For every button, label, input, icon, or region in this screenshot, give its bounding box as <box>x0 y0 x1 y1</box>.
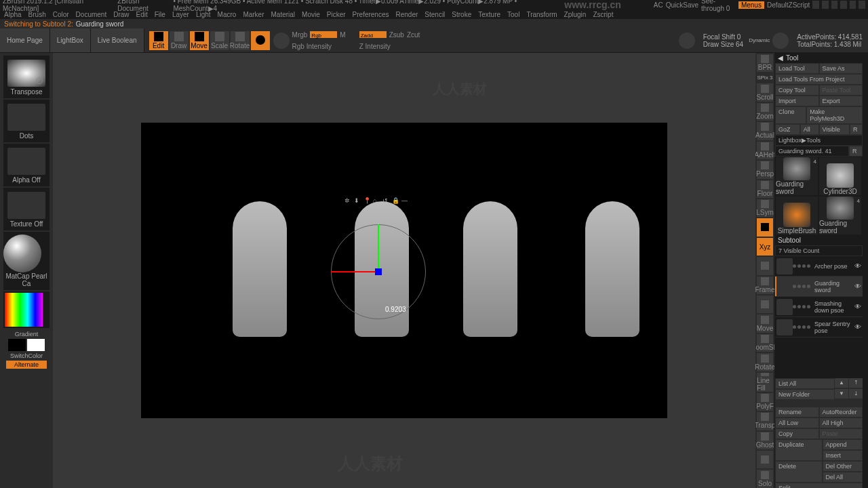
menu-macro[interactable]: Macro <box>218 11 237 18</box>
lock-button[interactable] <box>757 218 773 236</box>
all-high-button[interactable]: All High <box>820 418 863 428</box>
alternate-button[interactable]: Alternate <box>6 361 47 369</box>
menu-light[interactable]: Light <box>196 11 211 18</box>
z-intensity-label[interactable]: Z Intensity <box>359 43 391 50</box>
mode-edit[interactable]: Edit <box>149 31 168 50</box>
tool-item-simplebrush[interactable]: SimpleBrush <box>776 197 818 235</box>
zcut-button[interactable]: Zcut <box>407 31 420 39</box>
menu-edit[interactable]: Edit <box>136 11 148 18</box>
canvas[interactable]: ✲⬇📍⌂↺🔒— 0.9203 <box>141 123 667 418</box>
rotate-view-button[interactable]: Rotate <box>757 353 773 371</box>
minimize-icon[interactable] <box>840 1 847 9</box>
brush-preview[interactable] <box>273 33 290 49</box>
insert-button[interactable]: Insert <box>823 451 863 460</box>
stroke-dots[interactable]: Dots <box>3 100 50 142</box>
window-icon-1[interactable] <box>812 1 819 9</box>
subtool-guarding-sword[interactable]: Guarding sword👁 <box>775 277 863 297</box>
current-tool-field[interactable]: Guarding sword. 41 <box>776 146 848 156</box>
menu-tool[interactable]: Tool <box>507 11 519 18</box>
make-polymesh-button[interactable]: Make PolyMesh3D <box>807 107 862 123</box>
zoom-button[interactable]: Zoom <box>757 103 773 121</box>
paste-tool-button[interactable]: Paste Tool <box>820 85 863 95</box>
eye-icon[interactable]: 👁 <box>854 303 861 310</box>
blank-button[interactable] <box>757 257 773 274</box>
copy-button[interactable]: Copy <box>776 429 818 439</box>
dynamic-button[interactable] <box>757 451 773 468</box>
mode-move[interactable]: Move <box>190 31 209 50</box>
save-as-button[interactable]: Save As <box>820 64 863 73</box>
copy-tool-button[interactable]: Copy Tool <box>776 85 818 95</box>
maximize-icon[interactable] <box>850 1 856 9</box>
tab-live-boolean[interactable]: Live Boolean <box>91 28 144 52</box>
load-tool-button[interactable]: Load Tool <box>776 64 818 73</box>
lightbox-tools-field[interactable]: Lightbox▶Tools <box>776 136 862 145</box>
menu-zscript[interactable]: Zscript <box>593 11 613 18</box>
tab-lightbox[interactable]: LightBox <box>50 28 91 52</box>
move-top-button[interactable]: ⤒ <box>849 378 863 388</box>
autoreorder-button[interactable]: AutoReorder <box>820 407 863 417</box>
frame-button[interactable]: Frame <box>757 277 773 294</box>
mode-draw[interactable]: Draw <box>170 31 189 50</box>
goz-button[interactable]: GoZ <box>776 125 800 134</box>
lsym-button[interactable]: LSym <box>757 199 773 217</box>
move-up-button[interactable]: ▲ <box>835 378 848 388</box>
move-bottom-button[interactable]: ⤓ <box>849 389 863 399</box>
subtool-archer[interactable]: Archer pose👁 <box>775 256 863 277</box>
transp-button[interactable]: Transp <box>757 412 773 430</box>
tool-r-button[interactable]: R <box>850 146 862 156</box>
transpose-tool[interactable]: Transpose <box>3 56 50 98</box>
rgb-button[interactable]: Rgb <box>310 31 337 38</box>
quicksave-button[interactable]: QuickSave <box>666 1 698 9</box>
import-button[interactable]: Import <box>776 96 818 106</box>
see-through-slider[interactable]: See-through 0 <box>701 0 736 12</box>
window-icon-3[interactable] <box>831 1 838 9</box>
all-low-button[interactable]: All Low <box>776 418 818 428</box>
bpr-button[interactable]: BPR <box>757 54 773 72</box>
rename-button[interactable]: Rename <box>776 407 818 417</box>
menu-document[interactable]: Document <box>76 11 107 18</box>
polyf-button[interactable]: PolyF <box>757 393 773 411</box>
alpha-selector[interactable]: Alpha Off <box>3 144 50 186</box>
default-zscript[interactable]: DefaultZScript <box>767 1 810 9</box>
goz-all-button[interactable]: All <box>801 125 818 134</box>
dynamic-toggle[interactable]: Dynamic <box>749 37 770 43</box>
new-folder-button[interactable]: New Folder <box>776 390 834 399</box>
delete-button[interactable]: Delete <box>776 462 822 482</box>
eye-icon[interactable]: 👁 <box>854 323 861 331</box>
menu-brush[interactable]: Brush <box>28 11 46 18</box>
mode-scale[interactable]: Scale <box>210 31 229 50</box>
tool-item-guarding-sword[interactable]: 4Guarding sword <box>776 157 818 195</box>
menu-texture[interactable]: Texture <box>478 11 500 18</box>
move-down-button[interactable]: ▼ <box>835 389 848 399</box>
menus-button[interactable]: Menus <box>738 1 764 9</box>
export-button[interactable]: Export <box>820 96 863 106</box>
actual-button[interactable]: Actual <box>757 122 773 140</box>
menu-picker[interactable]: Picker <box>327 11 346 18</box>
clone-button[interactable]: Clone <box>776 107 806 123</box>
menu-preferences[interactable]: Preferences <box>353 11 389 18</box>
ghost-button[interactable]: Ghost <box>757 432 773 449</box>
goz-r-button[interactable]: R <box>850 125 862 134</box>
paste-button[interactable]: Paste <box>820 429 863 439</box>
focal-icon[interactable] <box>679 33 695 49</box>
xyz-button[interactable]: Xyz <box>757 238 773 256</box>
zadd-button[interactable]: Zadd <box>359 31 387 38</box>
menu-render[interactable]: Render <box>396 11 418 18</box>
duplicate-button[interactable]: Duplicate <box>776 440 822 460</box>
menu-alpha[interactable]: Alpha <box>4 11 22 18</box>
spix-slider[interactable]: SPix 3 <box>757 75 772 81</box>
floor-button[interactable]: Floor <box>757 180 773 198</box>
menu-stencil[interactable]: Stencil <box>425 11 445 18</box>
goz-visible-button[interactable]: Visible <box>820 125 850 134</box>
blank2-button[interactable] <box>757 296 773 313</box>
split-button[interactable]: Split <box>776 483 862 488</box>
menu-movie[interactable]: Movie <box>302 11 320 18</box>
right-scrollbar[interactable] <box>863 53 868 488</box>
menu-draw[interactable]: Draw <box>113 11 129 18</box>
color-picker[interactable] <box>3 291 50 328</box>
window-icon-2[interactable] <box>822 1 829 9</box>
material-selector[interactable]: MatCap Pearl Ca <box>3 232 50 290</box>
tool-item-cylinder[interactable]: Cylinder3D <box>819 157 861 195</box>
menu-marker[interactable]: Marker <box>243 11 264 18</box>
tool-item-guarding-sword-2[interactable]: 4Guarding sword <box>819 197 861 235</box>
